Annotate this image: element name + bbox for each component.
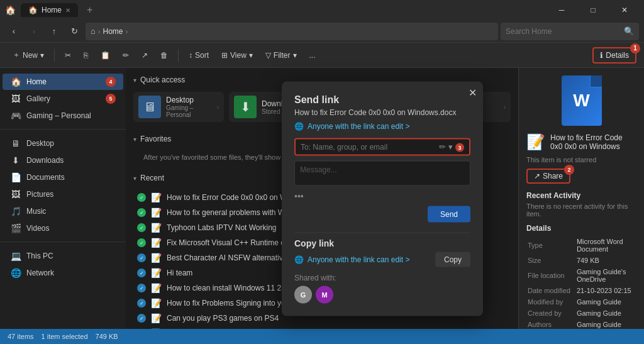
authors-label: Authors: [528, 319, 575, 329]
title-bar-icon: 🏠: [5, 5, 16, 15]
view-button[interactable]: ⊞ View ▾: [216, 48, 258, 62]
qa-chevron-icon: ▾: [133, 77, 136, 84]
details-badge: 1: [630, 43, 640, 53]
sidebar-item-documents[interactable]: 📄 Documents: [3, 169, 123, 186]
sidebar-item-desktop[interactable]: 🖥 Desktop: [3, 135, 123, 152]
sidebar-item-gallery-label: Gallery: [26, 94, 50, 103]
file-status-icon: ✓: [137, 314, 146, 323]
qa-item-desktop[interactable]: 🖥 Desktop Gaming – Personal ›: [133, 92, 224, 122]
more-button[interactable]: ...: [304, 48, 321, 62]
sidebar-downloads-label: Downloads: [26, 156, 64, 165]
sidebar-network-label: Network: [26, 269, 54, 277]
file-status-icon: ✓: [137, 238, 146, 247]
share-to-input[interactable]: [301, 142, 435, 151]
copy-link-permission[interactable]: 🌐 Anyone with the link can edit >: [294, 255, 409, 264]
gallery-badge: 5: [106, 94, 116, 104]
message-area[interactable]: Message...: [294, 160, 470, 186]
file-type-icon: 📝: [151, 268, 162, 278]
message-placeholder: Message...: [300, 165, 337, 174]
sort-button[interactable]: ↕ Sort: [184, 48, 214, 62]
file-status-icon: ✓: [137, 208, 146, 217]
sidebar-item-gallery[interactable]: 🖼 Gallery 5: [3, 91, 123, 107]
file-status-icon: ✓: [137, 299, 146, 308]
filter-button[interactable]: ▽ Filter ▾: [260, 48, 302, 62]
file-type-icon: 📝: [151, 192, 162, 203]
copy-link-permission-text: Anyone with the link can edit >: [308, 255, 409, 264]
new-chevron-icon: ▾: [40, 51, 44, 60]
delete-button[interactable]: 🗑: [155, 48, 173, 62]
sidebar-item-this-pc[interactable]: 💻 This PC: [3, 248, 123, 264]
sidebar-item-home[interactable]: 🏠 Home 4: [3, 74, 123, 90]
view-icon: ⊞: [221, 51, 228, 60]
maximize-button[interactable]: □: [579, 0, 608, 20]
edit-icon-button[interactable]: ✏: [439, 141, 446, 152]
selected-size: 749 KB: [96, 333, 118, 340]
sidebar-item-music[interactable]: 🎵 Music: [3, 203, 123, 219]
documents-icon: 📄: [10, 172, 21, 182]
send-button[interactable]: Send: [428, 206, 470, 222]
modal-permission[interactable]: 🌐 Anyone with the link can edit >: [294, 121, 470, 130]
new-tab-button[interactable]: +: [83, 4, 96, 16]
recent-activity-title: Recent Activity: [526, 191, 636, 200]
share-panel-icon: ↗: [534, 172, 540, 180]
copy-button[interactable]: ⎘: [79, 48, 93, 62]
fav-chevron-icon: ▾: [133, 136, 136, 143]
modified-by-label: Modified by: [528, 297, 575, 307]
share-toolbar-button[interactable]: ↗: [136, 48, 153, 62]
tab-close-button[interactable]: ✕: [65, 7, 70, 14]
file-status-icon: ✓: [137, 253, 146, 262]
details-file-type-icon: 📝: [526, 133, 545, 151]
copy-link-button[interactable]: Copy: [435, 252, 470, 267]
details-panel: W 📝 How to fix Error Code 0x0 0x0 on Win…: [518, 68, 644, 329]
back-button[interactable]: ‹: [5, 23, 23, 40]
cut-button[interactable]: ✂: [60, 48, 76, 62]
more-options[interactable]: •••: [294, 191, 470, 201]
window-controls: ─ □ ✕: [547, 0, 639, 20]
sidebar-pictures-label: Pictures: [26, 190, 53, 199]
search-button[interactable]: 🔍: [624, 26, 634, 36]
sidebar-item-downloads[interactable]: ⬇ Downloads: [3, 152, 123, 169]
paste-button[interactable]: 📋: [96, 48, 115, 62]
sidebar-item-pictures[interactable]: 🖼 Pictures: [3, 186, 123, 203]
search-bar[interactable]: 🔍: [501, 23, 639, 40]
tab-icon: 🏠: [28, 6, 38, 14]
videos-icon: 🎬: [10, 223, 21, 233]
view-chevron-icon: ▾: [249, 51, 253, 60]
file-status-icon: ✓: [137, 269, 146, 277]
file-type-icon: 📝: [151, 253, 162, 263]
sidebar-item-gaming[interactable]: 🎮 Gaming – Personal: [3, 108, 123, 124]
file-type-icon: 📝: [151, 298, 162, 308]
file-type-icon: 📝: [151, 223, 162, 233]
chevron-down-icon: ▾: [448, 141, 453, 151]
close-button[interactable]: ✕: [610, 0, 639, 20]
modal-close-button[interactable]: ✕: [469, 86, 477, 98]
tab-home[interactable]: 🏠 Home ✕: [21, 3, 78, 17]
sidebar-item-gaming-label: Gaming – Personal: [26, 111, 91, 120]
filter-icon: ▽: [265, 51, 271, 60]
refresh-button[interactable]: ↻: [65, 23, 83, 40]
file-type-icon: 📝: [151, 283, 162, 293]
list-item[interactable]: ✓📝How to check if Windows 11 23H2 is ins…: [133, 326, 511, 329]
sidebar-item-videos[interactable]: 🎬 Videos: [3, 220, 123, 236]
up-button[interactable]: ↑: [45, 23, 63, 40]
new-button[interactable]: ＋ New ▾: [8, 47, 49, 63]
qa-desktop-icon: 🖥: [138, 96, 161, 118]
share-panel-button[interactable]: ↗ Share 2: [526, 169, 570, 184]
file-type-icon: 📝: [151, 238, 162, 248]
file-status-icon: ✓: [137, 223, 146, 232]
rename-button[interactable]: ✏: [118, 48, 134, 62]
address-bar[interactable]: ⌂ › Home ›: [86, 23, 498, 40]
modal-input-actions: ✏ ▾ 3: [439, 141, 464, 152]
minimize-button[interactable]: ─: [547, 0, 576, 20]
globe-icon: 🌐: [294, 121, 304, 130]
gallery-icon: 🖼: [10, 94, 21, 104]
details-button[interactable]: ℹ Details 1: [592, 47, 636, 64]
details-file-info: 📝 How to fix Error Code 0x0 0x0 on Windo…: [526, 133, 636, 151]
toolbar-separator-2: [178, 49, 179, 62]
chevron-down-icon-button[interactable]: ▾ 3: [448, 141, 464, 152]
details-row-location: File location Gaming Guide's OneDrive: [528, 267, 635, 284]
search-input[interactable]: [506, 27, 620, 36]
forward-button[interactable]: ›: [25, 23, 43, 40]
sidebar-item-network[interactable]: 🌐 Network: [3, 265, 123, 281]
toolbar-right: ℹ Details 1: [592, 47, 636, 64]
